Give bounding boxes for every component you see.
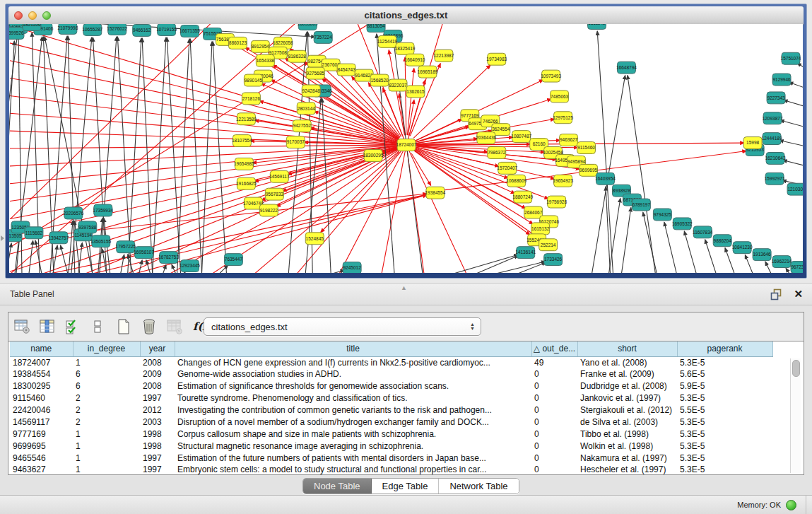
node-table[interactable]: namein_degreeyeartitle△ out_de...shortpa… bbox=[8, 341, 804, 474]
graph-node[interactable]: 15998 bbox=[743, 137, 762, 149]
graph-node[interactable]: 9699695 bbox=[579, 164, 598, 176]
graph-node[interactable]: 19654923 bbox=[553, 175, 573, 187]
column-header-name[interactable]: name bbox=[10, 341, 73, 356]
column-header-year[interactable]: year bbox=[140, 341, 175, 356]
graph-node[interactable]: 14569117 bbox=[269, 170, 290, 182]
table-row[interactable]: 1456911722003Disruption of a novel membe… bbox=[10, 416, 772, 428]
graph-node[interactable]: 14136141 bbox=[515, 247, 536, 259]
column-header-short[interactable]: short bbox=[577, 341, 677, 356]
graph-node[interactable]: 18107554 bbox=[232, 135, 252, 147]
graph-node[interactable]: 9198222 bbox=[259, 204, 278, 216]
scrollbar-thumb[interactable] bbox=[792, 360, 800, 377]
graph-node[interactable]: 9397588 bbox=[78, 221, 97, 233]
graph-node[interactable]: 1210305 bbox=[787, 183, 803, 195]
show-columns-icon[interactable] bbox=[39, 318, 56, 335]
graph-node[interactable]: 10841230 bbox=[732, 242, 753, 254]
graph-node[interactable]: 1733426 bbox=[544, 254, 563, 266]
table-row[interactable]: 2242004622012Investigating the contribut… bbox=[10, 404, 772, 416]
graph-node[interactable]: 16965189 bbox=[418, 66, 438, 78]
graph-node[interactable]: 9463627 bbox=[560, 134, 578, 146]
network-graph[interactable]: 2405572320691406210799981065528715276022… bbox=[9, 24, 803, 273]
graph-node[interactable]: 1654338 bbox=[256, 54, 274, 66]
delete-columns-icon[interactable] bbox=[141, 318, 158, 335]
zoom-window-button[interactable] bbox=[42, 11, 51, 20]
graph-node[interactable]: 1851556 bbox=[23, 24, 41, 30]
memory-status-indicator[interactable] bbox=[786, 500, 796, 510]
graph-node[interactable]: 16962214 bbox=[772, 256, 792, 268]
graph-node[interactable]: 19756928 bbox=[546, 196, 567, 208]
graph-node[interactable]: 19166825 bbox=[236, 177, 257, 189]
table-row[interactable]: 1830029562008Estimation of significance … bbox=[10, 380, 772, 392]
table-row[interactable]: 1872400712008Changes of HCN gene express… bbox=[10, 356, 772, 368]
graph-node[interactable]: 9794325 bbox=[653, 209, 671, 221]
graph-node[interactable]: 16210643 bbox=[765, 152, 786, 164]
unselect-all-icon[interactable] bbox=[90, 318, 107, 335]
graph-node[interactable]: 8454743 bbox=[337, 64, 355, 76]
graph-node[interactable]: 16648794 bbox=[616, 62, 637, 74]
graph-node[interactable]: 18325419 bbox=[395, 42, 416, 54]
graph-node[interactable]: 16958107 bbox=[134, 247, 154, 259]
graph-node[interactable]: 15751074 bbox=[781, 52, 801, 64]
graph-node[interactable]: 9466162 bbox=[133, 24, 151, 36]
graph-node[interactable]: 18807249 bbox=[512, 191, 533, 203]
create-column-icon[interactable] bbox=[115, 318, 132, 335]
panel-splitter-grip[interactable]: ▲ bbox=[401, 284, 407, 291]
graph-node[interactable]: 9245012 bbox=[343, 262, 361, 273]
graph-node[interactable]: 1115682 bbox=[25, 227, 43, 239]
graph-node[interactable]: 6789197 bbox=[632, 199, 650, 211]
vertical-scrollbar[interactable] bbox=[790, 358, 801, 473]
graph-node[interactable]: 9672394 bbox=[791, 262, 803, 273]
graph-node[interactable]: 8912954 bbox=[251, 40, 269, 52]
minimize-window-button[interactable] bbox=[28, 11, 37, 20]
table-row[interactable]: 911546021997Tourette syndrome. Phenomeno… bbox=[10, 392, 772, 404]
graph-node[interactable]: 9890145 bbox=[244, 74, 262, 86]
graph-node[interactable]: 19654985 bbox=[234, 158, 254, 170]
graph-node[interactable]: 16033809 bbox=[298, 24, 318, 30]
table-mode-icon[interactable] bbox=[13, 318, 30, 335]
graph-node[interactable]: 20364436 bbox=[476, 132, 496, 144]
graph-node[interactable]: 15992971 bbox=[765, 173, 785, 185]
table-row[interactable]: 946554611997Estimation of the future num… bbox=[10, 452, 772, 464]
graph-node[interactable]: 15276022 bbox=[107, 24, 127, 35]
hub-node[interactable]: 18724007 bbox=[396, 139, 417, 151]
float-panel-icon[interactable] bbox=[770, 288, 782, 300]
graph-node[interactable]: 1568520 bbox=[370, 74, 389, 86]
column-header-pagerank[interactable]: pagerank bbox=[677, 341, 772, 356]
table-row[interactable]: 1938455462009Genome-wide association stu… bbox=[10, 368, 772, 380]
graph-node[interactable]: 16782753 bbox=[158, 252, 179, 264]
network-canvas[interactable]: 2405572320691406210799981065528715276022… bbox=[9, 24, 803, 273]
graph-node[interactable]: 9886204 bbox=[713, 235, 731, 247]
table-row[interactable]: 969969511998Structural magnetic resonanc… bbox=[10, 440, 772, 452]
graph-node[interactable]: 17359934 bbox=[93, 204, 113, 216]
graph-node[interactable]: 1615132 bbox=[531, 223, 550, 235]
graph-node[interactable]: 11607834 bbox=[693, 226, 713, 238]
graph-node[interactable]: 20206576 bbox=[63, 207, 83, 219]
graph-node[interactable]: 9275685 bbox=[306, 67, 324, 79]
graph-node[interactable]: 2718126 bbox=[242, 93, 260, 105]
graph-node[interactable]: 19734983 bbox=[486, 53, 507, 65]
graph-node[interactable]: 16640910 bbox=[405, 54, 425, 66]
graph-node[interactable]: 10655287 bbox=[82, 24, 102, 35]
graph-node[interactable]: 1524845 bbox=[305, 233, 324, 245]
graph-node[interactable]: 2684067 bbox=[524, 206, 543, 218]
graph-node[interactable]: 9427552 bbox=[293, 120, 311, 132]
graph-node[interactable]: 10807487 bbox=[511, 131, 531, 143]
graph-node[interactable]: 12923445 bbox=[180, 260, 200, 272]
graph-node[interactable]: 8186328 bbox=[288, 50, 306, 62]
table-row[interactable]: 946362711997Embryonic stem cells: a mode… bbox=[10, 464, 772, 474]
graph-node[interactable]: 12444189 bbox=[762, 133, 782, 145]
close-panel-icon[interactable]: ✕ bbox=[794, 287, 803, 301]
graph-node[interactable]: 9567833 bbox=[265, 188, 283, 200]
graph-node[interactable]: 17957225 bbox=[115, 241, 136, 253]
graph-node[interactable]: 7485063 bbox=[551, 90, 569, 103]
graph-node[interactable]: 13505155 bbox=[90, 235, 111, 247]
graph-node[interactable]: 9242848 bbox=[302, 85, 320, 97]
graph-node[interactable]: 12213987 bbox=[433, 49, 454, 62]
graph-node[interactable]: 8860123 bbox=[228, 37, 247, 49]
network-window-titlebar[interactable]: citations_edges.txt bbox=[8, 6, 804, 25]
graph-node[interactable]: 16905322 bbox=[672, 218, 693, 230]
graph-node[interactable]: 16671355 bbox=[180, 25, 200, 37]
graph-node[interactable]: 12975125 bbox=[553, 112, 573, 124]
graph-node[interactable]: 19384554 bbox=[425, 187, 446, 199]
graph-node[interactable]: 2399526 bbox=[9, 27, 24, 39]
